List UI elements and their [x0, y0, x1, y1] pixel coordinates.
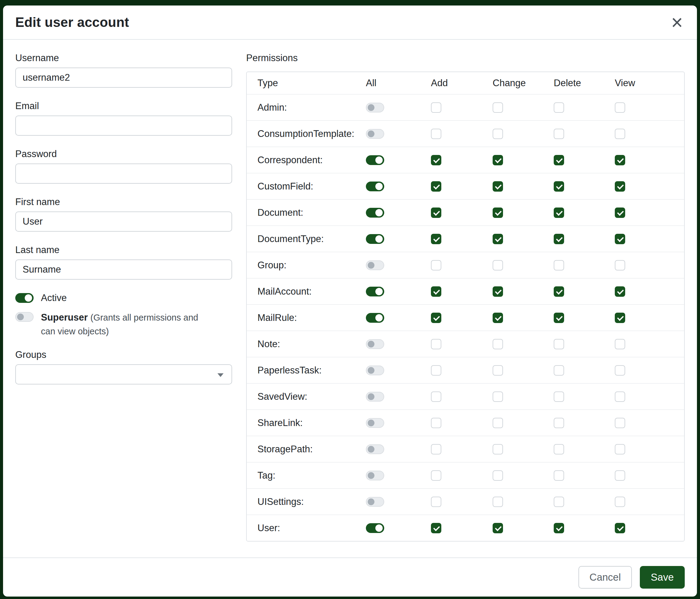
permission-delete-checkbox[interactable] [554, 444, 564, 454]
password-group: Password [15, 148, 232, 184]
permission-delete-checkbox[interactable] [554, 102, 564, 113]
last-name-field[interactable] [15, 260, 232, 280]
permission-all-toggle[interactable] [366, 208, 384, 218]
permission-change-checkbox[interactable] [493, 444, 503, 454]
permission-delete-checkbox[interactable] [554, 470, 564, 481]
permission-view-checkbox[interactable] [615, 129, 625, 139]
permission-all-toggle[interactable] [366, 339, 384, 349]
permission-change-checkbox[interactable] [493, 286, 503, 297]
permission-delete-checkbox[interactable] [554, 523, 564, 533]
permission-change-checkbox[interactable] [493, 365, 503, 376]
permission-change-checkbox[interactable] [493, 497, 503, 507]
permission-all-toggle[interactable] [366, 103, 384, 113]
permission-change-checkbox[interactable] [493, 391, 503, 402]
email-field[interactable] [15, 116, 232, 136]
first-name-field[interactable] [15, 212, 232, 232]
permission-delete-checkbox[interactable] [554, 313, 564, 323]
permission-delete-checkbox[interactable] [554, 365, 564, 376]
permission-all-toggle[interactable] [366, 392, 384, 402]
save-button[interactable]: Save [640, 566, 685, 589]
password-field[interactable] [15, 164, 232, 184]
permission-all-toggle[interactable] [366, 155, 384, 165]
permission-view-checkbox[interactable] [615, 339, 625, 349]
permission-type-label: Admin: [247, 102, 366, 113]
permission-delete-checkbox[interactable] [554, 260, 564, 270]
permission-all-toggle[interactable] [366, 287, 384, 296]
permission-add-checkbox[interactable] [431, 208, 441, 218]
permission-add-checkbox[interactable] [431, 129, 441, 139]
permission-all-toggle[interactable] [366, 365, 384, 375]
permission-change-checkbox[interactable] [493, 470, 503, 481]
permission-view-checkbox[interactable] [615, 365, 625, 376]
permission-delete-checkbox[interactable] [554, 497, 564, 507]
permission-add-checkbox[interactable] [431, 523, 441, 533]
permission-add-checkbox[interactable] [431, 181, 441, 192]
permission-change-checkbox[interactable] [493, 155, 503, 165]
permission-add-checkbox[interactable] [431, 155, 441, 165]
permission-change-checkbox[interactable] [493, 339, 503, 349]
permission-change-checkbox[interactable] [493, 523, 503, 533]
superuser-toggle[interactable] [15, 312, 33, 322]
permission-add-checkbox[interactable] [431, 418, 441, 428]
permission-view-checkbox[interactable] [615, 286, 625, 297]
permission-add-checkbox[interactable] [431, 313, 441, 323]
permission-view-checkbox[interactable] [615, 313, 625, 323]
permission-delete-checkbox[interactable] [554, 391, 564, 402]
permission-delete-checkbox[interactable] [554, 418, 564, 428]
permission-delete-checkbox[interactable] [554, 129, 564, 139]
cancel-button[interactable]: Cancel [578, 566, 632, 589]
permission-all-toggle[interactable] [366, 523, 384, 533]
permission-all-toggle[interactable] [366, 445, 384, 454]
permission-view-checkbox[interactable] [615, 391, 625, 402]
groups-group: Groups [15, 349, 232, 384]
permission-add-checkbox[interactable] [431, 234, 441, 244]
permission-change-checkbox[interactable] [493, 181, 503, 192]
permission-all-toggle[interactable] [366, 260, 384, 270]
permission-view-checkbox[interactable] [615, 470, 625, 481]
permission-add-checkbox[interactable] [431, 339, 441, 349]
permission-view-checkbox[interactable] [615, 234, 625, 244]
permission-view-checkbox[interactable] [615, 102, 625, 113]
permission-delete-checkbox[interactable] [554, 208, 564, 218]
permission-all-toggle[interactable] [366, 129, 384, 139]
permission-delete-checkbox[interactable] [554, 181, 564, 192]
permission-type-label: MailAccount: [247, 286, 366, 297]
permission-all-toggle[interactable] [366, 497, 384, 507]
permission-delete-checkbox[interactable] [554, 155, 564, 165]
permission-change-checkbox[interactable] [493, 418, 503, 428]
permission-view-checkbox[interactable] [615, 260, 625, 270]
close-icon[interactable]: × [669, 16, 685, 29]
permission-view-checkbox[interactable] [615, 418, 625, 428]
permission-change-checkbox[interactable] [493, 102, 503, 113]
permission-add-checkbox[interactable] [431, 365, 441, 376]
permission-add-checkbox[interactable] [431, 102, 441, 113]
permission-all-toggle[interactable] [366, 313, 384, 323]
permission-delete-checkbox[interactable] [554, 234, 564, 244]
permission-add-checkbox[interactable] [431, 260, 441, 270]
permission-view-checkbox[interactable] [615, 181, 625, 192]
permission-change-checkbox[interactable] [493, 208, 503, 218]
permission-all-toggle[interactable] [366, 234, 384, 244]
permission-delete-checkbox[interactable] [554, 339, 564, 349]
permission-view-checkbox[interactable] [615, 523, 625, 533]
permission-add-checkbox[interactable] [431, 286, 441, 297]
permission-view-checkbox[interactable] [615, 497, 625, 507]
permission-add-checkbox[interactable] [431, 470, 441, 481]
permission-all-toggle[interactable] [366, 418, 384, 428]
permission-change-checkbox[interactable] [493, 129, 503, 139]
permission-view-checkbox[interactable] [615, 444, 625, 454]
permission-add-checkbox[interactable] [431, 444, 441, 454]
groups-select[interactable] [15, 364, 232, 384]
username-input[interactable] [15, 68, 232, 88]
permission-view-checkbox[interactable] [615, 208, 625, 218]
permission-all-toggle[interactable] [366, 182, 384, 191]
permission-view-checkbox[interactable] [615, 155, 625, 165]
permission-add-checkbox[interactable] [431, 391, 441, 402]
active-toggle[interactable] [15, 293, 33, 303]
permission-change-checkbox[interactable] [493, 234, 503, 244]
permission-change-checkbox[interactable] [493, 313, 503, 323]
permission-add-checkbox[interactable] [431, 497, 441, 507]
permission-delete-checkbox[interactable] [554, 286, 564, 297]
permission-all-toggle[interactable] [366, 471, 384, 480]
permission-change-checkbox[interactable] [493, 260, 503, 270]
